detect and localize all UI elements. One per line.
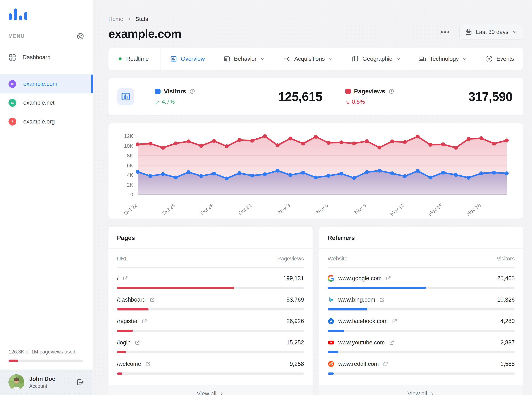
- referrers-col-website: Website: [328, 255, 348, 262]
- row-value: 25,465: [497, 275, 515, 282]
- waves-site-icon: [9, 99, 16, 107]
- visitors-stat: Visitors ↗ 4.7% 125,615: [143, 88, 333, 105]
- svg-text:Nov 3: Nov 3: [277, 202, 291, 215]
- external-link-icon[interactable]: [145, 361, 151, 367]
- svg-text:6K: 6K: [127, 163, 133, 168]
- referrers-view-all-button[interactable]: View all: [319, 385, 523, 395]
- row-label: www.reddit.com: [338, 361, 379, 367]
- row-value: 26,926: [286, 318, 304, 324]
- breadcrumb: Home Stats: [108, 16, 181, 22]
- app-root: MENU Dashboard example.comexample.netexa…: [0, 0, 532, 395]
- row-value: 10,326: [497, 296, 515, 303]
- table-row: /199,131: [117, 268, 304, 289]
- more-options-button[interactable]: •••: [441, 30, 451, 34]
- logout-icon[interactable]: [76, 378, 84, 386]
- svg-text:10K: 10K: [124, 143, 133, 149]
- tab-label: Events: [496, 55, 514, 62]
- breadcrumb-home[interactable]: Home: [108, 16, 123, 22]
- sidebar-item-example.org[interactable]: example.org: [0, 112, 93, 131]
- chevron-down-icon: [396, 56, 401, 61]
- visitors-swatch: [155, 89, 161, 94]
- external-link-icon[interactable]: [383, 361, 388, 367]
- pages-view-all-button[interactable]: View all: [108, 385, 313, 395]
- external-link-icon[interactable]: [142, 318, 147, 324]
- pageviews-label: Pageviews: [354, 88, 385, 95]
- pages-col-url: URL: [117, 255, 128, 262]
- external-link-icon[interactable]: [150, 297, 155, 302]
- external-link-icon[interactable]: [123, 276, 128, 281]
- row-progressbar: [328, 287, 515, 289]
- main-content: Home Stats example.com ••• Last 30 days: [93, 0, 532, 395]
- chevron-down-icon: [512, 30, 517, 35]
- row-label: /register: [117, 318, 138, 324]
- row-label: www.google.com: [338, 275, 382, 282]
- app-logo-icon[interactable]: [0, 0, 93, 20]
- tab-realtime[interactable]: Realtime: [108, 48, 161, 70]
- visitors-label: Visitors: [164, 88, 186, 95]
- pageviews-swatch: [345, 89, 351, 94]
- traffic-chart[interactable]: 02K4K6K8K10K12KOct 22Oct 25Oct 28Oct 31N…: [114, 126, 519, 219]
- reddit-favicon: [328, 361, 334, 367]
- tab-label: Behavior: [234, 55, 257, 62]
- theme-toggle-icon[interactable]: [76, 32, 84, 40]
- visitors-change: 4.7%: [162, 99, 175, 105]
- menu-header: MENU: [0, 32, 93, 40]
- external-link-icon[interactable]: [389, 340, 394, 345]
- svg-text:Nov 9: Nov 9: [353, 202, 367, 215]
- tab-events[interactable]: Events: [476, 48, 523, 70]
- pages-card-title: Pages: [108, 227, 313, 248]
- tab-technology[interactable]: Technology: [410, 48, 476, 70]
- svg-text:Oct 28: Oct 28: [199, 202, 215, 216]
- branch-icon: [284, 55, 291, 62]
- tab-overview[interactable]: Overview: [161, 48, 214, 70]
- facebook-favicon: [328, 318, 334, 324]
- clover-site-icon: [9, 80, 16, 88]
- sidebar-item-dashboard[interactable]: Dashboard: [0, 51, 93, 64]
- bing-favicon: [328, 297, 334, 303]
- dashboard-label: Dashboard: [22, 54, 50, 61]
- menu-heading: MENU: [9, 33, 25, 39]
- table-row: www.facebook.com4,280: [328, 310, 515, 332]
- stats-summary-card: Visitors ↗ 4.7% 125,615: [108, 78, 523, 115]
- dashboard-grid-icon: [9, 54, 16, 61]
- table-row: /welcome9,258: [117, 353, 304, 375]
- external-link-icon[interactable]: [386, 276, 391, 281]
- svg-text:Nov 12: Nov 12: [389, 202, 406, 217]
- tab-bar: RealtimeOverviewBehaviorAcquisitionsGeog…: [108, 48, 523, 70]
- account-section[interactable]: John Doe Account: [0, 369, 93, 395]
- tab-acquisitions[interactable]: Acquisitions: [274, 48, 342, 70]
- sidebar-item-example.com[interactable]: example.com: [0, 75, 93, 93]
- tab-label: Realtime: [126, 55, 149, 62]
- row-label: www.youtube.com: [338, 339, 385, 346]
- info-icon[interactable]: [388, 88, 394, 94]
- pageviews-value: 317,590: [468, 89, 523, 104]
- tab-label: Technology: [430, 55, 459, 62]
- referrers-card-title: Referrers: [319, 227, 523, 248]
- tab-behavior[interactable]: Behavior: [214, 48, 274, 70]
- external-link-icon[interactable]: [135, 340, 140, 345]
- row-progressbar: [117, 308, 304, 310]
- info-icon[interactable]: [189, 88, 195, 94]
- svg-text:Oct 22: Oct 22: [123, 202, 138, 216]
- external-link-icon[interactable]: [392, 318, 397, 324]
- usage-progressbar: [9, 360, 83, 362]
- pageviews-change: 0.5%: [352, 99, 365, 105]
- table-row: www.bing.com10,326: [328, 289, 515, 310]
- table-row: /dashboard53,769: [117, 289, 304, 310]
- pages-card: Pages URL Pageviews /199,131/dashboard53…: [108, 227, 313, 395]
- external-link-icon[interactable]: [379, 297, 385, 302]
- row-progressbar: [117, 373, 304, 375]
- tab-geographic[interactable]: Geographic: [342, 48, 410, 70]
- chevron-down-icon: [328, 56, 333, 61]
- chevron-right-icon: [430, 391, 435, 395]
- view-all-label: View all: [408, 390, 427, 395]
- pageviews-stat: Pageviews ↘ 0.5% 317,590: [333, 88, 523, 105]
- sidebar-item-example.net[interactable]: example.net: [0, 93, 93, 112]
- date-range-button[interactable]: Last 30 days: [459, 25, 523, 39]
- bolt-site-icon: [9, 118, 16, 126]
- account-info: John Doe Account: [29, 376, 71, 389]
- chevron-right-icon: [127, 16, 132, 22]
- row-progressbar: [328, 308, 515, 310]
- svg-text:Nov 15: Nov 15: [427, 202, 444, 217]
- site-label: example.net: [23, 99, 55, 106]
